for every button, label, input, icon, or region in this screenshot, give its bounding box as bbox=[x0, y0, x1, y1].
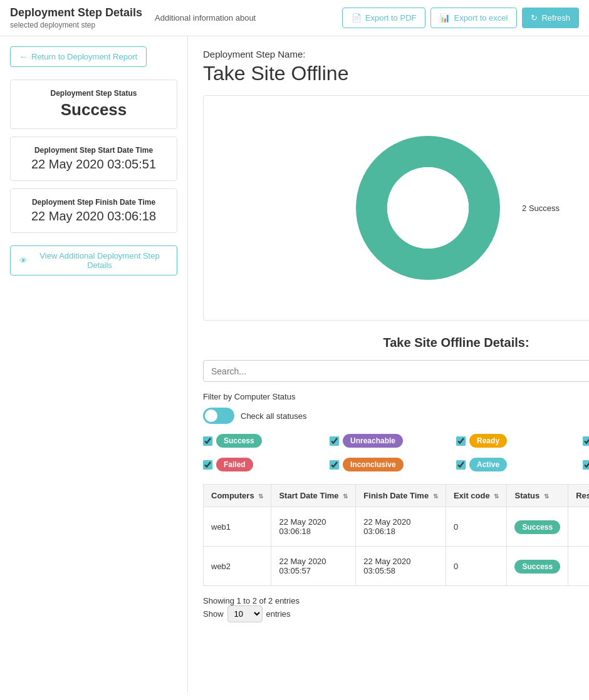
exit-code-cell: 0 bbox=[446, 547, 507, 586]
filter-label: Filter by Computer Status bbox=[203, 392, 589, 401]
toggle-row: Check all statuses bbox=[203, 408, 589, 424]
finish-date-label: Deployment Step Finish Date Time bbox=[19, 198, 168, 207]
sort-icon: ⇅ bbox=[542, 493, 549, 500]
filter-item: Ready bbox=[456, 431, 583, 450]
column-header[interactable]: Finish Date Time ⇅ bbox=[356, 485, 446, 507]
deployment-name-label: Deployment Step Name: bbox=[203, 49, 589, 59]
sidebar: ← Return to Deployment Report Deployment… bbox=[0, 36, 188, 692]
header-description: Additional information about bbox=[155, 13, 330, 23]
page-title: Deployment Step Details bbox=[10, 6, 142, 19]
filter-item: Cancelled bbox=[583, 431, 589, 450]
view-details-button[interactable]: 👁 View Additional Deployment Step Detail… bbox=[10, 245, 177, 275]
start-date-label: Deployment Step Start Date Time bbox=[19, 146, 168, 155]
status-badge-success[interactable]: Success bbox=[216, 434, 262, 448]
refresh-button[interactable]: ↻ Refresh bbox=[522, 8, 579, 28]
computer-cell: web2 bbox=[204, 547, 271, 586]
results-table: Computers ⇅Start Date Time ⇅Finish Date … bbox=[203, 484, 589, 586]
finish-date-cell: 22 May 2020 03:06:18 bbox=[356, 507, 446, 547]
main-content: Deployment Step Name: Take Site Offline … bbox=[188, 36, 589, 692]
status-card-label: Deployment Step Status bbox=[19, 89, 168, 98]
filter-checkbox-unknown[interactable] bbox=[583, 460, 589, 470]
column-header[interactable]: Computers ⇅ bbox=[204, 485, 271, 507]
column-header[interactable]: Status ⇅ bbox=[507, 485, 568, 507]
check-all-label: Check all statuses bbox=[241, 411, 307, 421]
search-row: 🔍 bbox=[203, 360, 589, 382]
table-header-row: Computers ⇅Start Date Time ⇅Finish Date … bbox=[204, 485, 590, 507]
page-header: Deployment Step Details selected deploym… bbox=[0, 0, 589, 36]
showing-entries: Showing 1 to 2 of 2 entries Show 1025501… bbox=[203, 596, 306, 622]
pdf-icon: 📄 bbox=[352, 13, 362, 23]
arrow-left-icon: ← bbox=[19, 52, 28, 61]
filter-checkbox-active[interactable] bbox=[456, 460, 466, 470]
filter-item: Failed bbox=[203, 455, 330, 474]
column-header[interactable]: Result Reason ⇅ bbox=[568, 485, 589, 507]
status-filters: SuccessUnreachableReadyCancelledFailedIn… bbox=[203, 431, 589, 474]
svg-point-1 bbox=[387, 167, 469, 249]
sort-icon: ⇅ bbox=[257, 493, 264, 500]
sort-icon: ⇅ bbox=[341, 493, 348, 500]
export-pdf-button[interactable]: 📄 Export to PDF bbox=[342, 8, 426, 28]
eye-icon: 👁 bbox=[19, 256, 28, 265]
show-entries: Show 102550100 entries bbox=[203, 605, 306, 622]
search-input[interactable] bbox=[203, 360, 589, 382]
filter-item: Unknown bbox=[583, 455, 589, 474]
start-date-card: Deployment Step Start Date Time 22 May 2… bbox=[10, 136, 177, 181]
table-footer: Showing 1 to 2 of 2 entries Show 1025501… bbox=[203, 596, 589, 622]
filter-checkbox-ready[interactable] bbox=[456, 436, 466, 446]
status-badge-inconclusive[interactable]: Inconclusive bbox=[343, 458, 404, 471]
status-badge-ready[interactable]: Ready bbox=[469, 434, 507, 448]
filter-checkbox-cancelled[interactable] bbox=[583, 436, 589, 446]
return-button[interactable]: ← Return to Deployment Report bbox=[10, 46, 147, 67]
sort-icon: ⇅ bbox=[431, 493, 438, 500]
column-header[interactable]: Exit code ⇅ bbox=[446, 485, 507, 507]
excel-icon: 📊 bbox=[440, 13, 450, 23]
column-header[interactable]: Start Date Time ⇅ bbox=[271, 485, 356, 507]
start-date-cell: 22 May 2020 03:06:18 bbox=[271, 507, 356, 547]
filter-item: Active bbox=[456, 455, 583, 474]
status-badge: Success bbox=[514, 560, 560, 574]
status-cell: Success bbox=[507, 507, 568, 547]
filter-checkbox-success[interactable] bbox=[203, 436, 212, 446]
page-subtitle: selected deployment step bbox=[10, 21, 142, 29]
filter-checkbox-failed[interactable] bbox=[203, 460, 212, 470]
details-title: Take Site Offline Details: bbox=[203, 336, 589, 350]
start-date-value: 22 May 2020 03:05:51 bbox=[19, 157, 168, 172]
donut-chart bbox=[353, 133, 503, 283]
exit-code-cell: 0 bbox=[446, 507, 507, 547]
filter-checkbox-unreachable[interactable] bbox=[330, 436, 339, 446]
header-title-block: Deployment Step Details selected deploym… bbox=[10, 6, 142, 29]
chart-legend: 2 Success bbox=[522, 203, 560, 213]
main-layout: ← Return to Deployment Report Deployment… bbox=[0, 36, 589, 692]
table-row: web122 May 2020 03:06:1822 May 2020 03:0… bbox=[204, 507, 590, 547]
start-date-cell: 22 May 2020 03:05:57 bbox=[271, 547, 356, 586]
chart-container: 2 Success bbox=[353, 133, 560, 283]
status-badge: Success bbox=[514, 520, 560, 534]
entries-select[interactable]: 102550100 bbox=[227, 605, 263, 622]
finish-date-cell: 22 May 2020 03:05:58 bbox=[356, 547, 446, 586]
status-badge-unreachable[interactable]: Unreachable bbox=[343, 434, 403, 448]
filter-item: Unreachable bbox=[330, 431, 456, 450]
chart-section: 2 Success bbox=[203, 95, 589, 321]
result-reason-cell bbox=[568, 547, 589, 586]
header-actions: 📄 Export to PDF 📊 Export to excel ↻ Refr… bbox=[342, 8, 579, 28]
result-reason-cell bbox=[568, 507, 589, 547]
export-excel-button[interactable]: 📊 Export to excel bbox=[430, 8, 517, 28]
status-cell: Success bbox=[507, 547, 568, 586]
status-card-value: Success bbox=[19, 100, 168, 120]
finish-date-card: Deployment Step Finish Date Time 22 May … bbox=[10, 188, 177, 233]
filter-item: Inconclusive bbox=[330, 455, 456, 474]
filter-checkbox-inconclusive[interactable] bbox=[330, 460, 339, 470]
check-all-toggle[interactable] bbox=[203, 408, 234, 424]
table-row: web222 May 2020 03:05:5722 May 2020 03:0… bbox=[204, 547, 590, 586]
refresh-icon: ↻ bbox=[531, 13, 538, 23]
sort-icon: ⇅ bbox=[493, 493, 499, 500]
status-card: Deployment Step Status Success bbox=[10, 80, 177, 129]
finish-date-value: 22 May 2020 03:06:18 bbox=[19, 209, 168, 224]
status-badge-active[interactable]: Active bbox=[469, 458, 507, 471]
computer-cell: web1 bbox=[204, 507, 271, 547]
deployment-name: Take Site Offline bbox=[203, 62, 589, 85]
filter-item: Success bbox=[203, 431, 330, 450]
status-badge-failed[interactable]: Failed bbox=[216, 458, 253, 471]
